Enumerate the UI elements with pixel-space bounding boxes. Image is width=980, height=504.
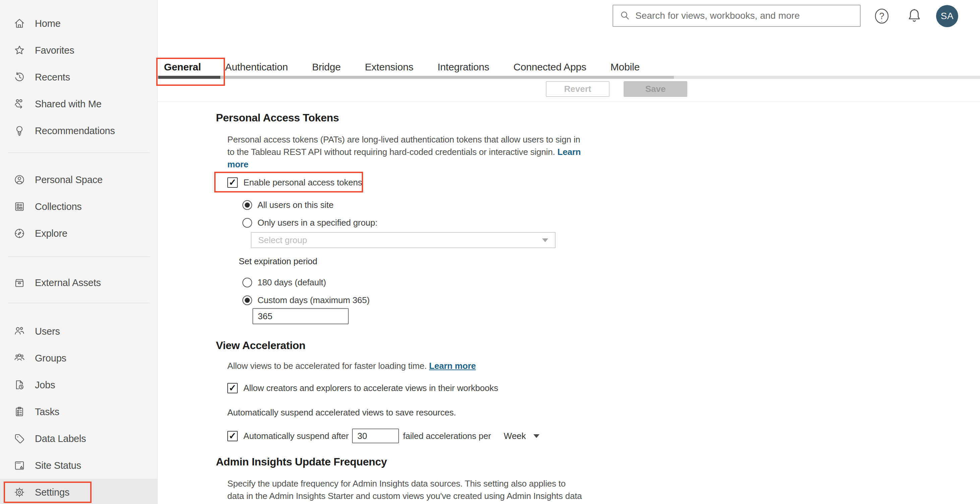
settings-tab-bar: General Authentication Bridge Extensions… xyxy=(164,61,640,73)
sidebar-item-collections[interactable]: Collections xyxy=(0,193,157,220)
sidebar-divider xyxy=(8,256,150,257)
enable-pat-checkbox[interactable] xyxy=(228,177,238,188)
search-input[interactable] xyxy=(635,10,854,21)
select-group-placeholder: Select group xyxy=(258,235,542,245)
admin-insights-title: Admin Insights Update Frequency xyxy=(216,455,645,468)
sidebar-item-label: Users xyxy=(35,326,60,337)
sidebar-item-label: Settings xyxy=(35,487,69,498)
search-icon xyxy=(619,10,631,21)
revert-button[interactable]: Revert xyxy=(546,81,609,97)
sidebar-item-label: Recents xyxy=(35,72,70,83)
expiration-custom-radio[interactable] xyxy=(242,296,252,305)
all-users-label: All users on this site xyxy=(258,200,334,210)
sidebar-item-home[interactable]: Home xyxy=(0,10,157,37)
sidebar-item-label: Explore xyxy=(35,228,67,239)
avatar[interactable]: SA xyxy=(936,5,958,27)
sidebar-item-users[interactable]: Users xyxy=(0,318,157,345)
expiration-custom-radio-row[interactable]: Custom days (maximum 365) xyxy=(242,295,645,305)
expiration-period-label: Set expiration period xyxy=(239,256,645,267)
expiration-180-radio[interactable] xyxy=(242,278,252,288)
period-value: Week xyxy=(504,431,526,441)
pat-description: Personal access tokens (PATs) are long-l… xyxy=(228,134,583,171)
sidebar-item-explore[interactable]: Explore xyxy=(0,220,157,247)
tag-icon xyxy=(13,432,25,445)
failed-accelerations-input[interactable] xyxy=(352,429,399,443)
svg-text:?: ? xyxy=(879,11,884,21)
help-icon[interactable]: ? xyxy=(874,8,890,24)
compass-icon xyxy=(13,227,25,239)
expiration-180-label: 180 days (default) xyxy=(258,277,326,288)
all-users-radio-row[interactable]: All users on this site xyxy=(242,200,645,210)
sidebar-item-label: Groups xyxy=(35,353,66,364)
chevron-down-icon xyxy=(533,434,539,438)
allow-acceleration-label: Allow creators and explorers to accelera… xyxy=(243,383,498,393)
sidebar-item-settings[interactable]: Settings xyxy=(0,479,157,504)
sidebar: Home Favorites Recents Shared with Me Re… xyxy=(0,0,158,504)
users-icon xyxy=(13,325,25,337)
sidebar-item-label: Jobs xyxy=(35,380,55,391)
auto-suspend-prefix: Automatically suspend after xyxy=(243,431,349,441)
site-status-icon xyxy=(13,459,25,471)
sidebar-item-data-labels[interactable]: Data Labels xyxy=(0,425,157,452)
sidebar-item-label: Shared with Me xyxy=(35,99,102,110)
toolbar-divider xyxy=(158,102,980,102)
tab-connected-apps[interactable]: Connected Apps xyxy=(513,61,586,73)
custom-days-input[interactable] xyxy=(253,308,349,324)
sidebar-item-site-status[interactable]: Site Status xyxy=(0,452,157,479)
expiration-custom-label: Custom days (maximum 365) xyxy=(258,295,370,305)
tab-general[interactable]: General xyxy=(164,61,201,73)
sidebar-item-shared-with-me[interactable]: Shared with Me xyxy=(0,91,157,118)
external-assets-icon xyxy=(13,277,25,289)
select-group-dropdown[interactable]: Select group xyxy=(251,232,555,248)
specified-group-label: Only users in a specified group: xyxy=(258,218,377,228)
sidebar-item-tasks[interactable]: Tasks xyxy=(0,398,157,425)
sidebar-item-jobs[interactable]: Jobs xyxy=(0,372,157,398)
pat-section-title: Personal Access Tokens xyxy=(216,111,645,124)
view-acceleration-description: Allow views to be accelerated for faster… xyxy=(228,360,583,372)
sidebar-item-label: Tasks xyxy=(35,406,59,418)
tab-mobile[interactable]: Mobile xyxy=(611,61,640,73)
person-circle-icon xyxy=(13,174,25,186)
enable-pat-checkbox-row[interactable]: Enable personal access tokens xyxy=(228,177,645,188)
enable-pat-label: Enable personal access tokens xyxy=(243,177,362,188)
sidebar-divider xyxy=(8,153,150,153)
allow-acceleration-checkbox[interactable] xyxy=(228,383,238,393)
sidebar-item-recommendations[interactable]: Recommendations xyxy=(0,118,157,144)
admin-insights-description: Specify the update frequency for Admin I… xyxy=(228,477,583,504)
sidebar-item-recents[interactable]: Recents xyxy=(0,64,157,91)
tab-integrations[interactable]: Integrations xyxy=(438,61,489,73)
groups-icon xyxy=(13,352,25,364)
specified-group-radio[interactable] xyxy=(242,218,252,228)
lightbulb-icon xyxy=(13,125,25,137)
star-icon xyxy=(13,44,25,56)
tasks-icon xyxy=(13,406,25,418)
sidebar-item-groups[interactable]: Groups xyxy=(0,345,157,372)
sidebar-item-label: External Assets xyxy=(35,277,101,288)
general-settings-content: Personal Access Tokens Personal access t… xyxy=(216,111,645,504)
expiration-180-radio-row[interactable]: 180 days (default) xyxy=(242,277,645,288)
home-icon xyxy=(13,17,25,30)
sidebar-item-label: Collections xyxy=(35,201,82,212)
tab-scrollbar-thumb[interactable] xyxy=(158,76,674,79)
sidebar-item-external-assets[interactable]: External Assets xyxy=(0,269,157,296)
tab-bridge[interactable]: Bridge xyxy=(312,61,341,73)
allow-acceleration-checkbox-row[interactable]: Allow creators and explorers to accelera… xyxy=(228,383,645,393)
all-users-radio[interactable] xyxy=(242,200,252,210)
period-dropdown[interactable]: Week xyxy=(504,431,539,441)
save-button[interactable]: Save xyxy=(624,81,687,97)
sidebar-item-personal-space[interactable]: Personal Space xyxy=(0,166,157,193)
settings-page: Home Favorites Recents Shared with Me Re… xyxy=(0,0,980,504)
sidebar-item-label: Personal Space xyxy=(35,174,103,186)
specified-group-radio-row[interactable]: Only users in a specified group: xyxy=(242,218,645,228)
shared-with-me-icon xyxy=(13,98,25,110)
auto-suspend-suffix: failed accelerations per xyxy=(403,431,491,441)
tab-extensions[interactable]: Extensions xyxy=(365,61,414,73)
auto-suspend-row: Automatically suspend after failed accel… xyxy=(228,429,645,443)
sidebar-item-label: Site Status xyxy=(35,460,81,471)
tab-authentication[interactable]: Authentication xyxy=(225,61,288,73)
sidebar-item-favorites[interactable]: Favorites xyxy=(0,37,157,64)
sidebar-divider xyxy=(8,303,150,303)
auto-suspend-checkbox[interactable] xyxy=(228,431,238,441)
view-acceleration-learn-more-link[interactable]: Learn more xyxy=(429,361,476,371)
notifications-bell-icon[interactable] xyxy=(906,7,922,24)
